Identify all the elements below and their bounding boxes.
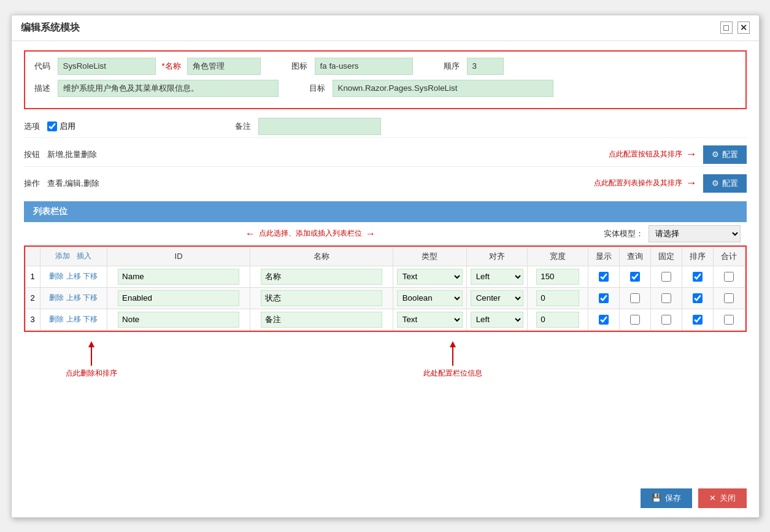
total-checkbox[interactable] — [724, 293, 734, 303]
ops-arrow-icon: → — [686, 177, 697, 190]
type-select[interactable]: TextBooleanNumberDateDateTime — [397, 312, 463, 328]
row-query — [620, 309, 651, 330]
options-label: 选项 — [24, 121, 41, 132]
config-field-text: 此处配置栏位信息 — [423, 368, 482, 379]
dialog-title: 编辑系统模块 — [21, 21, 80, 34]
desc-input[interactable] — [58, 80, 279, 97]
fixed-checkbox[interactable] — [661, 272, 671, 282]
row-align: LeftCenterRight — [466, 309, 528, 330]
id-input[interactable] — [118, 312, 239, 328]
display-checkbox[interactable] — [599, 272, 609, 282]
form-row-2: 描述 目标 — [34, 80, 736, 97]
form-row-1: 代码 *名称 图标 顺序 — [34, 58, 736, 75]
add-link[interactable]: 添加 — [55, 252, 70, 260]
btn-config-annotation-text: 点此配置按钮及其排序 — [609, 149, 682, 160]
order-checkbox[interactable] — [693, 293, 703, 303]
col-id-header: ID — [107, 247, 250, 266]
delete-link[interactable]: 删除 — [49, 315, 64, 323]
name-input[interactable] — [261, 269, 382, 285]
buttons-label: 按钮 — [24, 149, 41, 160]
query-checkbox[interactable] — [630, 315, 640, 325]
col-order-header: 排序 — [682, 247, 714, 266]
up-link[interactable]: 上移 — [66, 315, 81, 323]
edit-module-dialog: 编辑系统模块 □ ✕ 代码 *名称 图标 顺序 描述 目标 — [11, 15, 760, 518]
name-input[interactable] — [261, 312, 382, 328]
width-input[interactable] — [536, 269, 579, 285]
dialog-close-button[interactable]: ✕ — [737, 21, 750, 34]
code-input[interactable] — [58, 58, 156, 75]
width-input[interactable] — [536, 290, 579, 306]
id-input[interactable] — [118, 290, 239, 306]
name-input[interactable] — [187, 58, 261, 75]
align-select[interactable]: LeftCenterRight — [471, 269, 524, 285]
name-label: *名称 — [162, 61, 181, 72]
down-link[interactable]: 下移 — [83, 272, 98, 280]
down-link[interactable]: 下移 — [83, 315, 98, 323]
row-name — [250, 266, 393, 287]
align-select[interactable]: LeftCenterRight — [471, 312, 524, 328]
config-ops-label: 配置 — [722, 178, 738, 189]
name-input[interactable] — [261, 290, 382, 306]
row-display — [588, 309, 620, 330]
entity-model-group: 实体模型： 请选择 — [604, 225, 741, 242]
display-checkbox[interactable] — [599, 293, 609, 303]
row-type: TextBooleanNumberDateDateTime — [393, 266, 466, 287]
table-row: 2删除 上移 下移TextBooleanNumberDateDateTimeLe… — [25, 287, 745, 309]
row-display — [588, 266, 620, 287]
insert-link[interactable]: 插入 — [77, 252, 91, 260]
display-checkbox[interactable] — [599, 315, 609, 325]
operations-value: 查看,编辑,删除 — [47, 178, 588, 189]
config-buttons-button[interactable]: ⚙ 配置 — [703, 145, 747, 164]
btn-arrow-icon: → — [686, 148, 697, 161]
type-select[interactable]: TextBooleanNumberDateDateTime — [397, 290, 463, 306]
gear-icon2: ⚙ — [712, 179, 719, 188]
align-select[interactable]: LeftCenterRight — [471, 290, 524, 306]
icon-input[interactable] — [315, 58, 413, 75]
delete-link[interactable]: 删除 — [49, 272, 64, 280]
row-display — [588, 287, 620, 309]
up-link[interactable]: 上移 — [66, 272, 81, 280]
query-checkbox[interactable] — [630, 293, 640, 303]
save-button[interactable]: 💾 保存 — [641, 488, 692, 508]
row-num: 1 — [25, 266, 40, 287]
id-input[interactable] — [118, 269, 239, 285]
footer-close-button[interactable]: ✕ 关闭 — [698, 488, 747, 508]
width-input[interactable] — [536, 312, 579, 328]
order-checkbox[interactable] — [693, 272, 703, 282]
fixed-checkbox[interactable] — [661, 293, 671, 303]
delete-link[interactable]: 删除 — [49, 293, 64, 302]
target-input[interactable] — [333, 80, 553, 97]
up-link[interactable]: 上移 — [66, 293, 81, 302]
dialog-content: 代码 *名称 图标 顺序 描述 目标 选项 启用 — [12, 41, 759, 394]
buttons-value: 新增,批量删除 — [47, 149, 603, 160]
delete-sort-annotation: 点此删除和排序 — [24, 338, 159, 379]
remark-input[interactable] — [258, 118, 381, 135]
svg-marker-1 — [88, 341, 94, 347]
config-operations-button[interactable]: ⚙ 配置 — [703, 174, 747, 193]
query-checkbox[interactable] — [630, 272, 640, 282]
add-field-annotation: ← 点此选择、添加或插入列表栏位 → — [24, 228, 598, 239]
row-actions: 删除 上移 下移 — [40, 266, 107, 287]
title-bar: 编辑系统模块 □ ✕ — [12, 15, 759, 41]
row-id — [107, 287, 250, 309]
total-checkbox[interactable] — [724, 272, 734, 282]
total-checkbox[interactable] — [724, 315, 734, 325]
fixed-checkbox[interactable] — [661, 315, 671, 325]
row-query — [620, 287, 651, 309]
entity-model-select[interactable]: 请选择 — [649, 225, 741, 242]
row-order — [682, 309, 714, 330]
delete-sort-text: 点此删除和排序 — [66, 368, 117, 379]
order-checkbox[interactable] — [693, 315, 703, 325]
down-link[interactable]: 下移 — [83, 293, 98, 302]
ops-config-annotation-text: 点此配置列表操作及其排序 — [594, 178, 682, 188]
minimize-button[interactable]: □ — [720, 21, 733, 34]
row-type: TextBooleanNumberDateDateTime — [393, 309, 466, 330]
row-fixed — [651, 309, 682, 330]
add-annotation-text: 点此选择、添加或插入列表栏位 — [259, 228, 362, 239]
type-select[interactable]: TextBooleanNumberDateDateTime — [397, 269, 463, 285]
col-add-insert: 添加 插入 — [40, 247, 107, 266]
order-input[interactable] — [467, 58, 504, 75]
col-total-header: 合计 — [714, 247, 745, 266]
enabled-checkbox[interactable] — [47, 121, 57, 131]
row-actions: 删除 上移 下移 — [40, 287, 107, 309]
